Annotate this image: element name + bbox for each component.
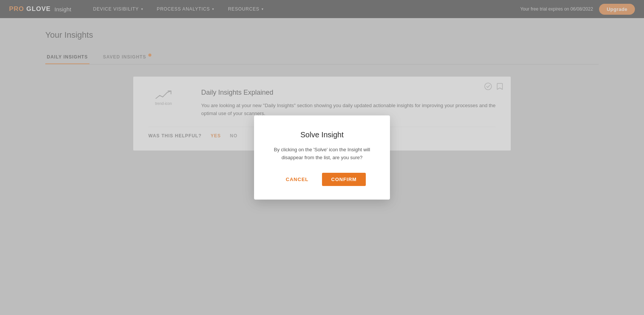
modal-dialog: Solve Insight By clicking on the 'Solve'… <box>254 115 390 200</box>
cancel-button[interactable]: CANCEL <box>278 173 316 186</box>
modal-title: Solve Insight <box>269 131 375 139</box>
modal-message: By clicking on the 'Solve' icon the Insi… <box>269 146 375 162</box>
modal-overlay[interactable]: Solve Insight By clicking on the 'Solve'… <box>0 0 644 315</box>
modal-buttons: CANCEL CONFIRM <box>269 173 375 186</box>
confirm-button[interactable]: CONFIRM <box>322 173 366 186</box>
